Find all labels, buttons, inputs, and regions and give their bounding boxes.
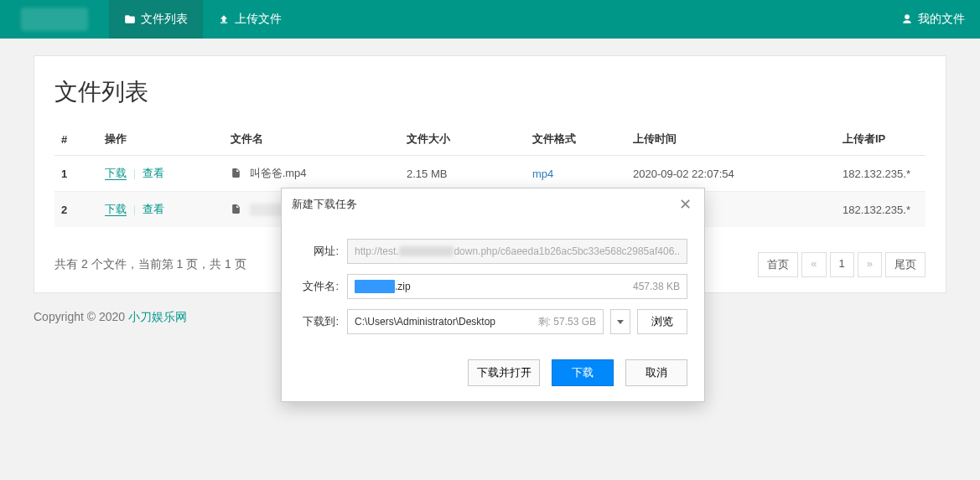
url-prefix: http://test. [355,245,399,257]
summary-text: 共有 2 个文件，当前第 1 页，共 1 页 [54,257,246,272]
view-link[interactable]: 查看 [143,167,164,179]
view-link[interactable]: 查看 [143,203,164,215]
th-ip: 上传者IP [836,123,926,156]
saveto-input[interactable]: C:\Users\Administrator\Desktop 剩: 57.53 … [347,309,604,334]
dialog-body: 网址: http://test. down.php/c6aeeda1b26ac5… [282,220,704,348]
url-input[interactable]: http://test. down.php/c6aeeda1b26ac5bc33… [347,239,687,264]
filename-selection-blur [358,281,391,292]
saveto-remain: 剩: 57.53 GB [538,315,596,329]
table-header-row: # 操作 文件名 文件大小 文件格式 上传时间 上传者IP [54,123,926,156]
url-blur [399,246,454,256]
page-title: 文件列表 [54,76,926,108]
saveto-wrap: C:\Users\Administrator\Desktop 剩: 57.53 … [347,309,687,334]
download-button[interactable]: 下载 [552,359,614,386]
download-and-open-button[interactable]: 下载并打开 [468,359,540,386]
copyright-prefix: Copyright © 2020 [34,310,128,323]
label-saveto: 下载到: [298,314,339,329]
ops-sep: | [130,203,139,215]
format-link[interactable]: mp4 [532,168,553,180]
page-next[interactable]: » [858,252,882,277]
row-url: 网址: http://test. down.php/c6aeeda1b26ac5… [298,239,687,264]
saveto-path: C:\Users\Administrator\Desktop [355,316,495,328]
saveto-dropdown[interactable] [610,309,630,334]
brand-logo [0,0,109,39]
top-navbar: 文件列表 上传文件 我的文件 [0,0,980,39]
brand-blur [21,8,88,31]
th-format: 文件格式 [526,123,626,156]
dialog-footer: 下载并打开 下载 取消 [282,348,704,401]
nav-file-list-label: 文件列表 [141,12,188,27]
cell-num: 1 [54,156,98,192]
label-filename: 文件名: [298,279,339,294]
cell-ops: 下载 | 查看 [98,156,224,192]
ops-sep: | [130,167,139,179]
chevron-down-icon [617,320,624,324]
download-link[interactable]: 下载 [105,167,127,180]
download-dialog: 新建下载任务 ✕ 网址: http://test. down.php/c6aee… [281,188,705,402]
pagination: 首页 « 1 » 尾页 [758,252,926,277]
folder-open-icon [124,13,136,25]
nav-my-files[interactable]: 我的文件 [886,0,980,39]
th-size: 文件大小 [400,123,526,156]
th-ops: 操作 [98,123,224,156]
nav-file-list[interactable]: 文件列表 [109,0,203,39]
download-link[interactable]: 下载 [105,203,127,216]
th-uploaded: 上传时间 [626,123,836,156]
table-row: 1 下载 | 查看 叫爸爸.mp4 2.15 MB mp4 2020-09-02… [54,156,926,192]
dialog-header: 新建下载任务 ✕ [282,188,704,220]
upload-icon [218,13,230,25]
page-first[interactable]: 首页 [758,252,798,277]
file-icon [231,204,241,214]
file-name: 叫爸爸.mp4 [250,167,307,179]
url-suffix: down.php/c6aeeda1b26ac5bc33e568c2985af40… [454,245,680,257]
cell-ip: 182.132.235.* [836,192,926,228]
filename-suffix: .zip [395,281,411,292]
cell-ops: 下载 | 查看 [98,192,224,228]
th-num: # [54,123,98,156]
cell-name: 叫爸爸.mp4 [224,156,400,192]
nav-upload-label: 上传文件 [235,12,282,27]
cell-ip: 182.132.235.* [836,156,926,192]
file-icon [231,168,241,178]
label-url: 网址: [298,244,339,259]
close-icon[interactable]: ✕ [676,195,694,214]
nav-my-files-label: 我的文件 [918,12,965,27]
page-prev[interactable]: « [801,252,826,277]
filename-input[interactable]: .zip 457.38 KB [347,274,687,299]
page-last[interactable]: 尾页 [885,252,926,277]
user-icon [901,13,913,25]
cell-uploaded: 2020-09-02 22:07:54 [626,156,836,192]
cancel-button[interactable]: 取消 [625,359,687,386]
cell-size: 2.15 MB [400,156,526,192]
browse-button[interactable]: 浏览 [637,309,687,334]
row-filename: 文件名: .zip 457.38 KB [298,274,687,299]
page-num[interactable]: 1 [830,252,854,277]
copyright-link[interactable]: 小刀娱乐网 [128,310,187,323]
dialog-title: 新建下载任务 [292,197,357,212]
row-saveto: 下载到: C:\Users\Administrator\Desktop 剩: 5… [298,309,687,334]
nav-upload[interactable]: 上传文件 [203,0,297,39]
filename-size: 457.38 KB [633,281,680,292]
cell-format: mp4 [526,156,626,192]
cell-num: 2 [54,192,98,228]
th-name: 文件名 [224,123,400,156]
filename-selection [355,280,395,293]
